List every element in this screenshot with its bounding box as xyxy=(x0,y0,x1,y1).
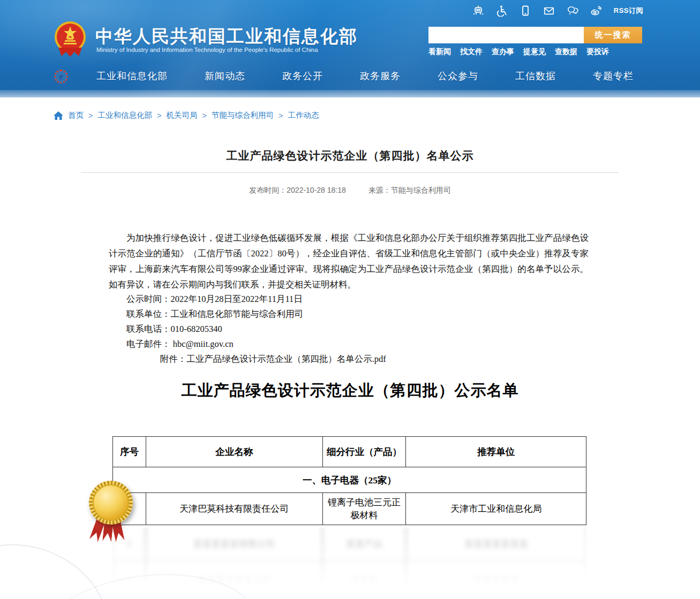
weibo-icon[interactable] xyxy=(590,5,602,17)
col-header-seq: 序号 xyxy=(113,437,146,467)
rss-subscribe-link[interactable]: RSS订阅 xyxy=(614,6,643,16)
article-body: 为加快推行绿色设计，促进工业绿色低碳循环发展，根据《工业和信息化部办公厅关于组织… xyxy=(109,230,589,292)
attachment-pdf-link[interactable]: 附件：工业产品绿色设计示范企业（第四批）名单公示.pdf xyxy=(160,354,386,364)
title-divider xyxy=(81,172,619,173)
companies-table: 序号 企业名称 细分行业（产品） 推荐单位 一、电子电器（25家） 1 天津巴莫… xyxy=(112,436,586,525)
contact-unit: 联系单位：工业和信息化部节能与综合利用司 xyxy=(109,307,589,322)
cell-recommender: 某某某某某 xyxy=(406,562,586,599)
quick-link-services[interactable]: 查办事 xyxy=(492,47,514,57)
breadcrumb-home[interactable]: 首页 xyxy=(68,110,84,120)
cell-seq: 1 xyxy=(113,493,146,525)
article-info-lines: 公示时间：2022年10月28日至2022年11月11日 联系单位：工业和信息化… xyxy=(109,292,589,367)
home-icon[interactable] xyxy=(54,111,63,120)
publicity-period: 公示时间：2022年10月28日至2022年11月11日 xyxy=(109,292,589,307)
site-subtitle: Ministry of Industry and Information Tec… xyxy=(96,47,318,53)
cell-industry: 某某产品 xyxy=(322,527,406,562)
nav-item-participation[interactable]: 公众参与 xyxy=(438,70,478,82)
quick-link-news[interactable]: 看新闻 xyxy=(428,47,451,57)
quick-links: 看新闻 找文件 查办事 提意见 查数据 要投诉 xyxy=(428,47,609,57)
quick-link-data[interactable]: 查数据 xyxy=(555,47,577,57)
table-row: 1 天津巴莫科技有限责任公司 锂离子电池三元正极材料 天津市工业和信息化局 xyxy=(113,493,586,525)
breadcrumb-departments[interactable]: 机关司局 xyxy=(166,110,197,120)
wechat-icon[interactable] xyxy=(567,5,578,17)
nav-item-data[interactable]: 工信数据 xyxy=(515,70,556,82)
topbar-utility: RSS订阅 xyxy=(472,5,643,17)
site-title: 中华人民共和国工业和信息化部 xyxy=(95,25,358,49)
cell-industry: 锂离子电池三元正极材料 xyxy=(322,493,406,525)
mobile-icon[interactable] xyxy=(520,5,531,17)
publish-time: 发布时间：2022-10-28 18:18 xyxy=(249,186,346,194)
breadcrumb-work-updates[interactable]: 工作动态 xyxy=(288,110,319,120)
contact-phone: 联系电话：010-68205340 xyxy=(109,322,589,337)
table-row-blurred: 2 某某某某某有限公司 某某产品 某某某某某某某 xyxy=(112,527,586,562)
col-header-industry: 细分行业（产品） xyxy=(322,437,406,467)
miit-webpage: RSS订阅 中华人民共和国工业和信息化部 Ministry of Industr… xyxy=(0,0,700,599)
nav-item-topics[interactable]: 专题专栏 xyxy=(593,70,634,82)
unified-search-button[interactable]: 统一搜索 xyxy=(584,27,642,43)
cell-company: 天津巴莫科技有限责任公司 xyxy=(146,493,322,525)
breadcrumb-separator: > xyxy=(88,111,93,120)
national-emblem-logo xyxy=(53,20,87,57)
header-bottom-strip xyxy=(0,90,700,97)
cell-seq: 2 xyxy=(112,527,146,562)
robot-icon[interactable] xyxy=(472,5,484,17)
col-header-recommender: 推荐单位 xyxy=(406,437,586,467)
table-section-row: 一、电子电器（25家） xyxy=(113,467,586,493)
breadcrumb-separator: > xyxy=(157,111,161,120)
list-document-title: 工业产品绿色设计示范企业（第四批）公示名单 xyxy=(0,380,700,401)
main-nav: 工业和信息化部 新闻动态 政务公开 政务服务 公众参与 工信数据 专题专栏 xyxy=(96,70,634,82)
cell-recommender: 天津市工业和信息化局 xyxy=(406,493,586,525)
mail-icon[interactable] xyxy=(543,5,555,17)
breadcrumb-miit[interactable]: 工业和信息化部 xyxy=(97,110,152,120)
article-meta: 发布时间：2022-10-28 18:18 来源：节能与综合利用司 xyxy=(0,186,700,195)
article-title: 工业产品绿色设计示范企业（第四批）名单公示 xyxy=(0,148,700,163)
nav-item-gov-open[interactable]: 政务公开 xyxy=(282,70,323,82)
nav-item-gov-service[interactable]: 政务服务 xyxy=(360,70,401,82)
breadcrumb-separator: > xyxy=(202,111,206,120)
col-header-company: 企业名称 xyxy=(146,437,322,467)
contact-email: 电子邮件： hbc@miit.gov.cn xyxy=(109,337,589,352)
breadcrumb-energy-dept[interactable]: 节能与综合利用司 xyxy=(212,110,274,120)
breadcrumb: 首页 > 工业和信息化部 > 机关司局 > 节能与综合利用司 > 工作动态 xyxy=(54,110,319,120)
cell-industry: 某某某 xyxy=(322,562,406,599)
article-paragraph: 为加快推行绿色设计，促进工业绿色低碳循环发展，根据《工业和信息化部办公厅关于组织… xyxy=(109,230,589,292)
quick-link-files[interactable]: 找文件 xyxy=(460,47,483,57)
nav-item-miit[interactable]: 工业和信息化部 xyxy=(96,70,168,82)
search-input[interactable] xyxy=(428,27,584,43)
quick-link-complaint[interactable]: 要投诉 xyxy=(586,47,609,57)
section-label: 一、电子电器（25家） xyxy=(113,467,586,493)
breadcrumb-separator: > xyxy=(279,111,283,120)
nav-item-news[interactable]: 新闻动态 xyxy=(205,70,245,82)
accessibility-icon[interactable] xyxy=(496,5,508,17)
cell-company: 某某某某某有限公司 xyxy=(146,527,322,562)
e-gov-icon: e xyxy=(54,70,68,84)
cell-recommender: 某某某某某某某 xyxy=(406,527,586,562)
article-source: 来源：节能与综合利用司 xyxy=(368,186,451,194)
table-header-row: 序号 企业名称 细分行业（产品） 推荐单位 xyxy=(113,437,586,467)
site-header: RSS订阅 中华人民共和国工业和信息化部 Ministry of Industr… xyxy=(0,0,700,97)
quick-link-feedback[interactable]: 提意见 xyxy=(523,47,546,57)
